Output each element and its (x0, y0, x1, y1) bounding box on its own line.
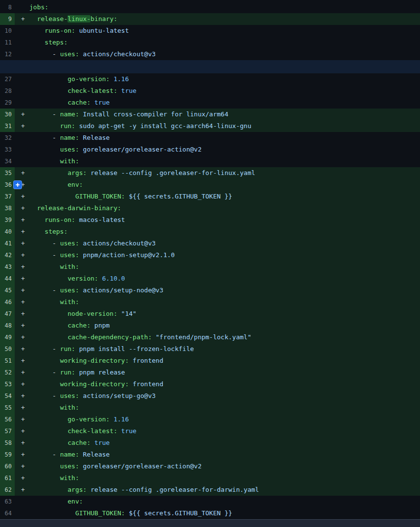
line-number[interactable]: 8 (0, 1, 15, 13)
added-line-marker: + (15, 238, 29, 249)
line-number[interactable]: 35 (0, 167, 15, 179)
line-number[interactable]: 34 (0, 155, 15, 167)
line-number[interactable]: 50 (0, 343, 15, 355)
line-number[interactable]: 41 (0, 238, 15, 249)
line-number[interactable]: 32 (0, 132, 15, 144)
line-number[interactable]: 10 (0, 25, 15, 37)
diff-line-44: 44+ version: 6.10.0 (0, 273, 420, 285)
line-number[interactable]: 37 (0, 191, 15, 202)
code-text: runs-on: ubuntu-latest (29, 25, 420, 37)
code-text: release-darwin-binary: (29, 202, 420, 214)
line-number[interactable]: 29 (0, 97, 15, 109)
diff-line-11: 11 steps: (0, 37, 420, 48)
added-line-marker: + (15, 449, 29, 461)
added-line-marker: + (15, 226, 29, 238)
line-number[interactable]: 54 (0, 390, 15, 402)
added-line-marker: + (15, 296, 29, 308)
line-number[interactable]: 59 (0, 449, 15, 461)
line-number[interactable]: 39 (0, 214, 15, 226)
diff-line-48: 48+ cache: pnpm (0, 320, 420, 331)
code-text: - name: Install cross-compiler for linux… (29, 109, 420, 120)
line-number[interactable]: 43 (0, 261, 15, 273)
line-number[interactable]: 55 (0, 402, 15, 414)
line-number[interactable]: 44 (0, 273, 15, 285)
line-number[interactable]: 38 (0, 202, 15, 214)
added-line-marker: + (15, 414, 29, 425)
code-text: GITHUB_TOKEN: ${{ secrets.GITHUB_TOKEN }… (29, 191, 420, 202)
code-text: go-version: 1.16 (29, 73, 420, 85)
diff-line-58: 58+ cache: true (0, 437, 420, 449)
line-number[interactable]: 28 (0, 85, 15, 97)
line-number[interactable]: 52 (0, 367, 15, 378)
code-text: with: (29, 155, 420, 167)
line-number[interactable]: 58 (0, 437, 15, 449)
line-number[interactable]: 31 (0, 120, 15, 132)
line-number[interactable]: 11 (0, 37, 15, 48)
line-number[interactable]: 30 (0, 109, 15, 120)
added-line-marker: + (15, 214, 29, 226)
context-line-marker (15, 37, 29, 48)
code-text: run: sudo apt-get -y install gcc-aarch64… (29, 120, 420, 132)
added-line-marker: + (15, 249, 29, 261)
line-number[interactable]: 57 (0, 425, 15, 437)
diff-line-43: 43+ with: (0, 261, 420, 273)
line-number[interactable]: 47 (0, 308, 15, 320)
added-line-marker: + (15, 285, 29, 296)
added-line-marker: + (15, 461, 29, 472)
code-text: - uses: actions/setup-node@v3 (29, 285, 420, 296)
diff-line-57: 57+ check-latest: true (0, 425, 420, 437)
diff-line-62: 62+ args: release --config .goreleaser-f… (0, 484, 420, 496)
line-number[interactable]: 36 (0, 179, 15, 191)
line-number[interactable]: 33 (0, 144, 15, 155)
line-number[interactable]: 56 (0, 414, 15, 425)
line-number[interactable]: 40 (0, 226, 15, 238)
add-comment-button[interactable]: + (13, 180, 22, 189)
code-text: release-linux-binary: (29, 13, 420, 25)
line-number[interactable]: 45 (0, 285, 15, 296)
context-line-marker (15, 144, 29, 155)
diff-line-61: 61+ with: (0, 472, 420, 484)
line-number[interactable]: 64 (0, 507, 15, 519)
added-line-marker: + (15, 320, 29, 331)
code-text: - name: Release (29, 132, 420, 144)
code-text: with: (29, 261, 420, 273)
code-text: GITHUB_TOKEN: ${{ secrets.GITHUB_TOKEN }… (29, 507, 420, 519)
added-line-marker: + (15, 402, 29, 414)
code-text: uses: goreleaser/goreleaser-action@v2 (29, 144, 420, 155)
added-line-marker: + (15, 202, 29, 214)
line-number[interactable]: 51 (0, 355, 15, 367)
code-text: - uses: actions/checkout@v3 (29, 48, 420, 60)
line-number[interactable]: 49 (0, 331, 15, 343)
code-text: uses: goreleaser/goreleaser-action@v2 (29, 461, 420, 472)
diff-line-34: 34 with: (0, 155, 420, 167)
diff-line-42: 42+ - uses: pnpm/action-setup@v2.1.0 (0, 249, 420, 261)
line-number[interactable]: 63 (0, 496, 15, 507)
line-number[interactable]: 27 (0, 73, 15, 85)
code-text: steps: (29, 226, 420, 238)
added-line-marker: + (15, 343, 29, 355)
line-number[interactable]: 46 (0, 296, 15, 308)
context-line-marker (15, 85, 29, 97)
diff-line-55: 55+ with: (0, 402, 420, 414)
diff-line-52: 52+ - run: pnpm release (0, 367, 420, 378)
context-line-marker (15, 496, 29, 507)
code-text: - name: Release (29, 449, 420, 461)
diff-line-39: 39+ runs-on: macos-latest (0, 214, 420, 226)
next-section-edge (0, 519, 420, 527)
line-number[interactable]: 62 (0, 484, 15, 496)
line-number[interactable]: 53 (0, 378, 15, 390)
context-line-marker (15, 25, 29, 37)
line-number[interactable]: 61 (0, 472, 15, 484)
code-text: cache: pnpm (29, 320, 420, 331)
added-line-marker: + (15, 167, 29, 179)
line-number[interactable]: 48 (0, 320, 15, 331)
code-text: steps: (29, 37, 420, 48)
line-number[interactable]: 12 (0, 48, 15, 60)
code-text: jobs: (29, 1, 420, 13)
line-number[interactable]: 60 (0, 461, 15, 472)
expand-hunk-band[interactable] (0, 60, 420, 73)
line-number[interactable]: 9 (0, 13, 15, 25)
added-line-marker: + (15, 109, 29, 120)
line-number[interactable]: 42 (0, 249, 15, 261)
code-text: working-directory: frontend (29, 378, 420, 390)
